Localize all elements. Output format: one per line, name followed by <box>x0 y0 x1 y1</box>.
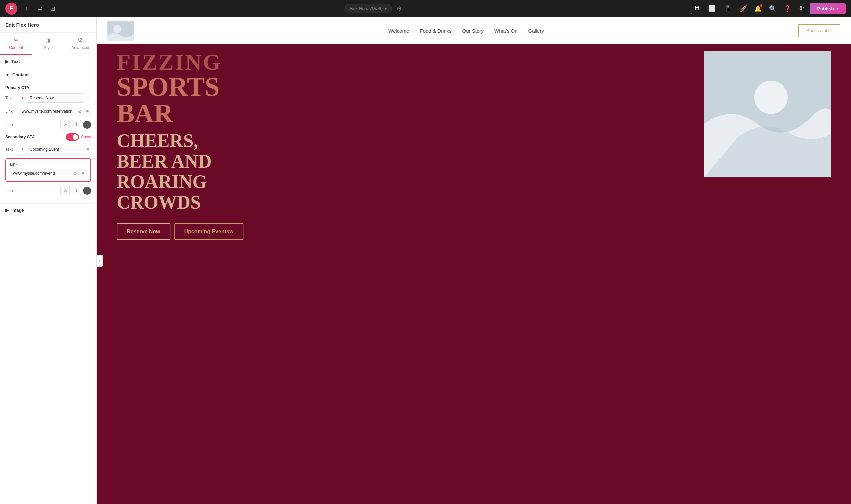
secondary-cta-icon-row: Icon ⊘ ⤒ <box>5 186 91 195</box>
publish-dropdown-arrow: ▾ <box>837 7 838 10</box>
primary-cta-label: Primary CTA <box>5 85 91 90</box>
secondary-cta-list-icon[interactable]: ≡ <box>84 145 91 153</box>
nav-welcome[interactable]: Welcome <box>389 28 409 34</box>
tab-content[interactable]: ✏ Content <box>0 33 32 55</box>
content-section-label: Content <box>12 72 29 77</box>
primary-cta-text-label: Text <box>5 96 19 100</box>
secondary-cta-text-label: Text <box>5 147 19 152</box>
text-section-label: Text <box>11 59 20 64</box>
canvas-area: ‹ Welcome Food & Drinks Our Story What's <box>97 17 851 504</box>
tablet-view-btn[interactable]: ⬜ <box>706 3 718 14</box>
mobile-view-btn[interactable]: 📱 <box>722 3 734 14</box>
nav-book-table-btn[interactable]: Book a table <box>798 24 840 37</box>
secondary-cta-link-list-icon[interactable]: ≡ <box>79 169 86 177</box>
hero-reserve-now-btn[interactable]: Reserve Now <box>117 223 171 240</box>
style-tab-icon: ◑ <box>45 37 51 44</box>
secondary-cta-upload-icon-btn[interactable]: ⤒ <box>72 186 81 195</box>
content-section-header[interactable]: ▼ Content <box>0 68 96 81</box>
primary-cta-icon-row: Icon ⊘ ⤒ <box>5 120 91 129</box>
primary-cta-text-input[interactable] <box>26 93 84 103</box>
secondary-cta-icon-controls: ⊘ ⤒ <box>19 186 91 195</box>
page-title-text: Flex Hero <box>350 6 368 11</box>
secondary-cta-link-input-group: ⚙ ≡ <box>10 169 86 178</box>
nav-whats-on[interactable]: What's On <box>494 28 517 34</box>
top-bar-right: 🖥 ⬜ 📱 🚀 🔔 🔍 ❓ 👁 Publish ▾ <box>691 3 846 14</box>
tab-advanced[interactable]: ⚙ Advanced <box>64 33 96 55</box>
secondary-cta-no-icon-btn[interactable]: ⊘ <box>60 186 70 195</box>
primary-cta-link-row: Link ⚙ ≡ <box>5 107 91 116</box>
nav-gallery[interactable]: Gallery <box>528 28 544 34</box>
layers-icon[interactable]: ⊞ <box>48 3 57 14</box>
draft-tag: (Draft) <box>370 6 383 11</box>
image-section-header[interactable]: ▶ Image <box>0 204 96 217</box>
page-settings-icon[interactable]: ⚙ <box>394 3 404 14</box>
desktop-view-btn[interactable]: 🖥 <box>691 3 702 14</box>
nav-logo <box>107 21 134 41</box>
hero-title-top: FIZZING <box>117 51 691 73</box>
secondary-cta-link-settings-icon[interactable]: ⚙ <box>71 169 79 177</box>
panel-header: Edit Flex Hero <box>0 17 96 33</box>
content-section-chevron: ▼ <box>5 72 10 77</box>
top-bar: E ＋ ⇌ ⊞ Flex Hero (Draft) ▾ ⚙ 🖥 ⬜ 📱 🚀 🔔 … <box>0 0 851 17</box>
preview-icon[interactable]: 👁 <box>796 3 806 14</box>
advanced-tab-icon: ⚙ <box>78 37 83 44</box>
hero-content: FIZZING SPORTSBAR CHEERS,BEER ANDROARING… <box>97 44 851 504</box>
hero-upcoming-events-btn[interactable]: Upcoming Eventsw <box>174 223 244 240</box>
tab-style[interactable]: ◑ Style <box>32 33 64 55</box>
primary-cta-color-btn[interactable] <box>83 121 91 129</box>
draft-selector[interactable]: Flex Hero (Draft) ▾ <box>344 4 392 13</box>
dropdown-arrow: ▾ <box>385 6 387 11</box>
text-section-chevron: ▶ <box>5 59 9 64</box>
notification-icon[interactable]: 🔔 <box>752 3 764 14</box>
primary-cta-link-input[interactable] <box>19 107 76 116</box>
notification-dot <box>760 4 762 7</box>
content-tab-icon: ✏ <box>14 37 19 44</box>
website-preview: Welcome Food & Drinks Our Story What's O… <box>97 17 851 504</box>
search-icon[interactable]: 🔍 <box>767 3 778 14</box>
top-bar-left: E ＋ ⇌ ⊞ <box>5 3 57 15</box>
preview-navbar: Welcome Food & Drinks Our Story What's O… <box>97 17 851 44</box>
primary-cta-upload-icon-btn[interactable]: ⤒ <box>72 120 81 129</box>
secondary-cta-toggle[interactable] <box>66 133 79 141</box>
secondary-cta-text-input[interactable] <box>26 145 84 154</box>
primary-cta-link-list-icon[interactable]: ≡ <box>84 107 91 115</box>
primary-cta-list-icon[interactable]: ≡ <box>84 94 91 102</box>
text-section-header-left: ▶ Text <box>5 59 20 64</box>
primary-cta-no-icon-btn[interactable]: ⊘ <box>60 120 70 129</box>
help-icon[interactable]: ❓ <box>782 3 793 14</box>
secondary-cta-label: Secondary CTA <box>5 135 66 139</box>
secondary-cta-color-btn[interactable] <box>83 187 91 195</box>
image-section: ▶ Image <box>0 204 96 217</box>
primary-cta-sparkle-icon: ✦ <box>21 96 24 100</box>
secondary-cta-link-input[interactable] <box>10 169 71 178</box>
svg-point-1 <box>113 25 121 33</box>
svg-point-3 <box>754 81 787 114</box>
hero-buttons: Reserve Now Upcoming Eventsw <box>117 223 691 240</box>
primary-cta-text-row: Text ✦ ≡ <box>5 93 91 103</box>
panel-title: Edit Flex Hero <box>5 22 39 28</box>
top-bar-center: Flex Hero (Draft) ▾ ⚙ <box>344 3 404 14</box>
secondary-cta-toggle-label: Show <box>81 135 91 139</box>
launch-icon[interactable]: 🚀 <box>738 3 749 14</box>
secondary-cta-text-row: Text ✦ ≡ <box>5 145 91 154</box>
add-element-button[interactable]: ＋ <box>21 3 31 15</box>
elementor-logo[interactable]: E <box>5 3 17 15</box>
main-layout: Edit Flex Hero ✏ Content ◑ Style ⚙ Advan… <box>0 17 851 504</box>
nav-links: Welcome Food & Drinks Our Story What's O… <box>389 28 544 34</box>
settings-icon[interactable]: ⇌ <box>35 3 45 14</box>
left-panel: Edit Flex Hero ✏ Content ◑ Style ⚙ Advan… <box>0 17 97 504</box>
panel-collapse-button[interactable]: ‹ <box>97 255 103 267</box>
panel-tabs: ✏ Content ◑ Style ⚙ Advanced <box>0 33 96 55</box>
primary-cta-link-settings-icon[interactable]: ⚙ <box>76 107 84 115</box>
primary-cta-icon-label: Icon <box>5 122 19 127</box>
hero-title-main: SPORTSBAR <box>117 73 691 127</box>
text-section-header[interactable]: ▶ Text <box>0 55 96 68</box>
text-section: ▶ Text <box>0 55 96 68</box>
nav-our-story[interactable]: Our Story <box>462 28 483 34</box>
publish-button[interactable]: Publish ▾ <box>810 3 846 14</box>
nav-food-drinks[interactable]: Food & Drinks <box>420 28 451 34</box>
hero-subtitle: CHEERS,BEER ANDROARINGCROWDS <box>117 131 691 213</box>
secondary-cta-link-label: Link <box>10 162 86 167</box>
secondary-cta-link-highlighted-box: Link ⚙ ≡ <box>5 158 91 182</box>
secondary-cta-icon-label: Icon <box>5 188 19 193</box>
